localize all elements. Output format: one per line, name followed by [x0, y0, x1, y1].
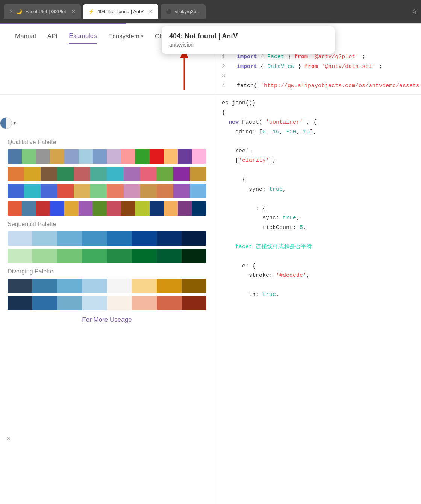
swatch	[8, 249, 32, 263]
swatch	[82, 279, 107, 293]
right-code-comment-facet: facet 连接线样式和是否平滑	[222, 242, 413, 252]
swatch	[140, 167, 157, 181]
swatch	[74, 167, 90, 181]
swatch	[107, 167, 123, 181]
string-container: 'container'	[266, 119, 303, 125]
swatch	[190, 184, 206, 198]
swatch	[8, 296, 32, 310]
swatch	[132, 231, 157, 246]
keyword-import-2: import	[237, 63, 257, 70]
right-code-line-5: ree',	[222, 146, 413, 156]
qualitative-row-4	[8, 201, 206, 216]
right-code-line-13: stroke: '#dedede',	[222, 271, 413, 281]
tab-title-1: Facet Plot | G2Plot	[25, 9, 66, 14]
theme-chevron-icon: ▾	[14, 121, 16, 126]
swatch	[32, 279, 57, 293]
swatch	[182, 279, 206, 293]
class-facet: Facet	[267, 54, 284, 60]
swatch	[82, 249, 107, 263]
sidebar-resize-handle[interactable]: S	[7, 436, 10, 441]
keyword-import-1: import	[237, 54, 257, 60]
swatch	[57, 249, 82, 263]
swatch	[157, 296, 182, 310]
tab-tooltip-popup: 404: Not found | AntV antv.vision	[162, 26, 335, 54]
tab-close-1[interactable]: ✕	[71, 9, 76, 14]
sequential-palette-title: Sequential Palette	[8, 221, 206, 228]
swatch	[150, 201, 164, 216]
qualitative-row-3	[8, 184, 206, 198]
right-code-content: es.json()) { new Facet( 'container' , { …	[214, 95, 421, 307]
tab-antv-404[interactable]: ⚡ 404: Not found | AntV ✕	[83, 4, 158, 19]
swatch	[173, 167, 190, 181]
left-palette-panel: ▾ Qualitative Palette	[0, 95, 214, 504]
swatch	[8, 184, 24, 198]
code-line-4: fetch( 'http://gw.alipayobjects.com/os/a…	[237, 81, 421, 91]
swatch	[64, 149, 79, 164]
theme-toggle[interactable]: ▾	[0, 117, 214, 129]
swatch	[173, 184, 190, 198]
swatch	[150, 149, 164, 164]
swatch	[8, 201, 22, 216]
swatch	[64, 201, 79, 216]
qualitative-row-1	[8, 149, 206, 164]
swatch	[182, 296, 206, 310]
swatch	[107, 149, 121, 164]
tab-close-icon[interactable]: ✕	[9, 9, 13, 14]
palette-area: Qualitative Palette	[0, 133, 214, 327]
bookmark-star-icon[interactable]: ☆	[411, 7, 417, 15]
swatch	[107, 279, 132, 293]
swatch	[140, 184, 157, 198]
for-more-usage-link[interactable]: For More Useage	[8, 316, 206, 324]
swatch	[124, 167, 140, 181]
swatch	[157, 279, 182, 293]
nav-item-examples[interactable]: Examples	[69, 29, 97, 44]
diverging-palette-title: Diverging Palette	[8, 268, 206, 275]
swatch	[178, 201, 192, 216]
swatch	[190, 167, 206, 181]
tab-favicon-3: ⚫	[166, 9, 172, 14]
nav-item-manual[interactable]: Manual	[15, 30, 36, 43]
code-line-3	[237, 71, 421, 81]
right-code-line-14: th: true,	[222, 290, 413, 300]
keyword-new: new	[229, 119, 239, 125]
swatch	[107, 184, 123, 198]
right-code-line-8: sync: true,	[222, 185, 413, 195]
right-code-line-12: e: {	[222, 261, 413, 271]
class-dataview: DataView	[267, 63, 294, 70]
swatch	[57, 184, 74, 198]
string-module-2: '@antv/data-set'	[321, 63, 376, 70]
theme-icon	[0, 117, 12, 129]
right-code-line-3: new Facet( 'container' , {	[222, 118, 413, 127]
swatch	[135, 149, 150, 164]
line-num-2: 2	[222, 62, 225, 72]
top-code-section: 1 2 3 4 import { Facet } from	[0, 49, 421, 95]
swatch	[24, 167, 41, 181]
swatch	[22, 149, 36, 164]
tooltip-url: antv.vision	[169, 42, 327, 48]
swatch	[157, 167, 173, 181]
swatch	[8, 149, 22, 164]
swatch	[93, 149, 107, 164]
swatch	[41, 167, 57, 181]
swatch	[107, 201, 121, 216]
swatch	[93, 201, 107, 216]
swatch	[32, 249, 57, 263]
swatch	[90, 184, 107, 198]
right-code-line-7: {	[222, 175, 413, 185]
keyword-from-2: from	[304, 63, 318, 70]
swatch	[132, 249, 157, 263]
qualitative-row-2	[8, 167, 206, 181]
swatch	[182, 249, 206, 263]
top-right-code: 1 2 3 4 import { Facet } from	[214, 49, 421, 94]
swatch	[41, 184, 57, 198]
swatch	[135, 201, 150, 216]
nav-item-ecosystem[interactable]: Ecosystem ▾	[108, 30, 144, 43]
nav-ecosystem-chevron-icon: ▾	[141, 33, 144, 39]
swatch	[74, 184, 90, 198]
tab-github[interactable]: ⚫ visiky/g2p...	[161, 4, 206, 19]
diverging-row-2	[8, 296, 206, 310]
tab-facet-plot[interactable]: ✕ 🌙 Facet Plot | G2Plot ✕	[4, 4, 81, 19]
nav-item-api[interactable]: API	[47, 30, 58, 43]
tab-close-2[interactable]: ✕	[149, 9, 153, 14]
swatch	[57, 231, 82, 246]
